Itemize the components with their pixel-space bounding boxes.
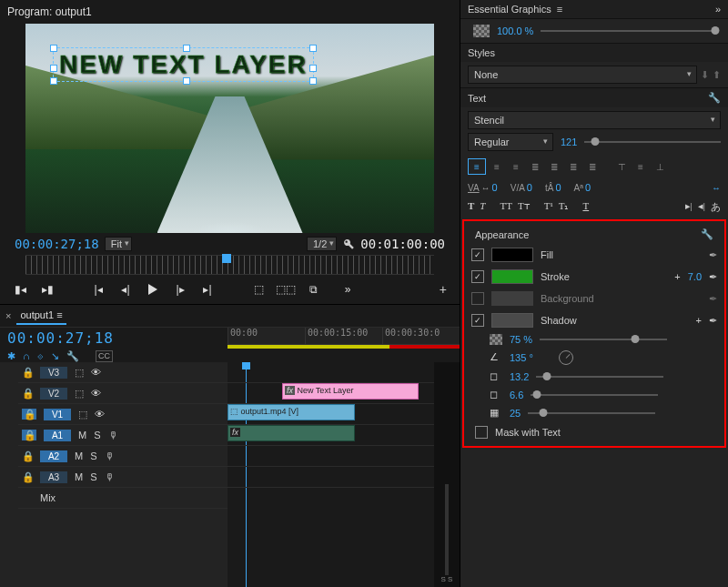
- current-timecode[interactable]: 00:00:27;18: [15, 237, 99, 251]
- fit-dropdown[interactable]: Fit: [105, 237, 132, 251]
- clip-video[interactable]: ⬚ output1.mp4 [V]: [228, 404, 355, 420]
- fill-checkbox[interactable]: [471, 248, 484, 261]
- shadow-opacity-value[interactable]: 75 %: [510, 334, 532, 345]
- asian-text-icon[interactable]: あ: [711, 200, 721, 214]
- go-in-button[interactable]: |◂: [91, 282, 106, 297]
- stroke-width[interactable]: 7.0: [688, 271, 702, 282]
- superscript-icon[interactable]: T¹: [544, 200, 553, 214]
- align-justify-last-right-icon[interactable]: ≣: [584, 159, 601, 174]
- play-button[interactable]: [146, 282, 160, 297]
- all-caps-icon[interactable]: TT: [500, 200, 511, 214]
- lift-button[interactable]: ⬚: [251, 282, 266, 297]
- timeline-tab[interactable]: output1 ≡: [16, 307, 66, 325]
- reset-metrics-icon[interactable]: ↔: [712, 183, 721, 193]
- link-icon[interactable]: ⟐: [37, 350, 44, 362]
- shadow-size-slider[interactable]: [531, 394, 658, 396]
- export-frame-button[interactable]: ⧉: [306, 282, 320, 297]
- shadow-eyedropper-icon[interactable]: ✒: [709, 315, 717, 327]
- shadow-blur-slider[interactable]: [528, 412, 655, 414]
- shadow-blur-value[interactable]: 25: [510, 408, 521, 419]
- small-caps-icon[interactable]: Tᴛ: [518, 200, 530, 214]
- playhead-icon[interactable]: [222, 254, 231, 263]
- font-weight-dropdown[interactable]: Regular: [468, 133, 553, 151]
- upload-style-icon[interactable]: ⬆: [713, 69, 721, 81]
- background-swatch[interactable]: [491, 291, 533, 306]
- track-a1[interactable]: 🔒A1MS🎙: [18, 425, 228, 446]
- font-family-dropdown[interactable]: Stencil: [468, 111, 721, 129]
- angle-dial-icon[interactable]: [559, 350, 573, 365]
- step-fwd-button[interactable]: |▸: [173, 282, 187, 297]
- font-size-value[interactable]: 121: [561, 137, 577, 147]
- subscript-icon[interactable]: T₁: [559, 200, 569, 214]
- clip-audio1[interactable]: fx: [228, 425, 355, 441]
- track-v3[interactable]: 🔒V3⬚👁: [18, 362, 228, 383]
- essential-graphics-header[interactable]: Essential Graphics ≡ »: [460, 0, 728, 19]
- font-size-slider[interactable]: [584, 141, 721, 143]
- track-v1[interactable]: 🔒V1⬚👁: [18, 404, 228, 425]
- snap-icon[interactable]: ✱: [7, 350, 15, 362]
- align-left-icon[interactable]: ≡: [468, 158, 486, 175]
- mask-checkbox[interactable]: [475, 426, 488, 439]
- valign-top-icon[interactable]: ⊤: [613, 159, 630, 174]
- go-out-button[interactable]: ▸|: [200, 282, 215, 297]
- mark-in-button[interactable]: ▮◂: [13, 282, 27, 297]
- shadow-opacity-slider[interactable]: [540, 339, 667, 340]
- download-style-icon[interactable]: ⬇: [701, 69, 709, 81]
- style-dropdown[interactable]: None: [468, 66, 697, 84]
- track-a2[interactable]: 🔒A2MS🎙: [18, 446, 228, 467]
- faux-bold-icon[interactable]: T: [468, 200, 474, 214]
- appearance-wrench-icon[interactable]: 🔧: [701, 228, 713, 240]
- stroke-eyedropper-icon[interactable]: ✒: [709, 271, 717, 283]
- background-checkbox[interactable]: [471, 292, 484, 305]
- align-right-icon[interactable]: ≡: [508, 159, 524, 174]
- shadow-angle-value[interactable]: 135 °: [510, 352, 533, 363]
- shadow-size-value[interactable]: 6.6: [510, 390, 523, 400]
- wrench-icon[interactable]: 🔧: [66, 350, 79, 362]
- kerning-field[interactable]: V/A 0: [511, 182, 532, 193]
- track-mix[interactable]: Mix: [18, 488, 228, 509]
- fill-swatch[interactable]: [491, 248, 533, 262]
- rtl-icon[interactable]: ▸|: [685, 200, 693, 214]
- add-button[interactable]: +: [440, 282, 447, 297]
- shadow-distance-value[interactable]: 13.2: [510, 371, 529, 382]
- faux-italic-icon[interactable]: T: [480, 200, 485, 214]
- ltr-icon[interactable]: ◂|: [698, 200, 705, 214]
- timeline-timecode[interactable]: 00:00:27;18: [7, 329, 114, 347]
- stroke-checkbox[interactable]: [471, 270, 484, 283]
- leading-field[interactable]: tÂ 0: [545, 182, 561, 193]
- shadow-checkbox[interactable]: [471, 314, 484, 327]
- text-wrench-icon[interactable]: 🔧: [708, 92, 721, 104]
- valign-bottom-icon[interactable]: ⊥: [652, 159, 668, 174]
- magnet-icon[interactable]: ∩: [23, 350, 30, 362]
- add-stroke-icon[interactable]: +: [674, 271, 680, 282]
- align-justify-last-left-icon[interactable]: ≣: [546, 159, 562, 174]
- align-center-icon[interactable]: ≡: [489, 159, 505, 174]
- stroke-swatch[interactable]: [491, 269, 533, 284]
- opacity-swatch[interactable]: [473, 25, 490, 37]
- program-viewer[interactable]: NEW TEXT LAYER: [25, 24, 434, 233]
- background-eyedropper-icon[interactable]: ✒: [709, 293, 717, 305]
- add-shadow-icon[interactable]: +: [696, 315, 702, 326]
- align-justify-last-center-icon[interactable]: ≣: [565, 159, 581, 174]
- baseline-field[interactable]: Aª 0: [574, 182, 592, 193]
- tab-close-icon[interactable]: ×: [5, 310, 11, 321]
- track-v2[interactable]: 🔒V2⬚👁: [18, 383, 228, 404]
- extract-button[interactable]: ⬚⬚: [278, 282, 293, 297]
- mark-out-button[interactable]: ▸▮: [40, 282, 55, 297]
- marker-icon[interactable]: ↘: [51, 350, 59, 362]
- fill-eyedropper-icon[interactable]: ✒: [709, 249, 717, 261]
- clip-text-layer[interactable]: fx New Text Layer: [282, 383, 419, 400]
- align-justify-icon[interactable]: ≣: [527, 159, 543, 174]
- opacity-value[interactable]: 100.0 %: [497, 25, 533, 36]
- shadow-swatch[interactable]: [491, 313, 533, 328]
- underline-icon[interactable]: T: [582, 200, 589, 214]
- text-layer-overlay[interactable]: NEW TEXT LAYER: [53, 47, 314, 82]
- cc-icon[interactable]: CC: [96, 350, 113, 362]
- timeline-ruler[interactable]: 00:00 00:00:15:00 00:00:30:0: [228, 328, 460, 345]
- wrench-icon[interactable]: [342, 238, 355, 250]
- zoom-dropdown[interactable]: 1/2: [307, 237, 337, 251]
- track-a3[interactable]: 🔒A3MS🎙: [18, 467, 228, 488]
- opacity-slider[interactable]: [541, 30, 715, 32]
- program-ruler[interactable]: [25, 255, 434, 275]
- tracking-va-field[interactable]: VA↔ 0: [468, 182, 498, 193]
